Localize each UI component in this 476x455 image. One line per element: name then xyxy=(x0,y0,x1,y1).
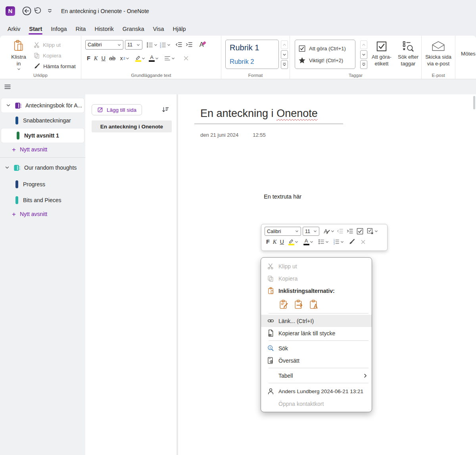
back-button[interactable] xyxy=(21,6,32,16)
mini-italic-button[interactable]: K xyxy=(273,239,277,245)
format-painter-button[interactable]: Hämta format xyxy=(33,61,76,71)
sort-pages-button[interactable] xyxy=(161,105,170,115)
mini-bold-button[interactable]: F xyxy=(266,239,270,245)
tags-scroll-up-button[interactable] xyxy=(360,40,367,49)
sidebar-section-bits-and-pieces[interactable]: Bits and Pieces xyxy=(0,193,85,207)
notebook-sidebar: Anteckningsbok för A... Snabbanteckninga… xyxy=(0,94,85,455)
quick-access-toolbar-button[interactable] xyxy=(44,6,55,16)
clear-formatting-button[interactable]: A xyxy=(198,40,207,49)
mini-underline-button[interactable]: U xyxy=(280,239,284,245)
copy-button[interactable]: Kopiera xyxy=(33,51,76,61)
styles-scroll-up-button[interactable] xyxy=(281,40,288,49)
sidebar-notebook-our-random-thoughts[interactable]: Our random thoughts xyxy=(0,160,85,176)
font-name-select[interactable]: Calibri xyxy=(85,40,123,50)
find-tags-label: Sök efter taggar xyxy=(396,54,420,67)
highlight-color-button[interactable] xyxy=(135,54,145,63)
tags-scroll-down-button[interactable] xyxy=(360,50,367,59)
plus-icon: + xyxy=(12,211,16,218)
sidebar-section-nytt-avsnitt-1[interactable]: Nytt avsnitt 1 xyxy=(1,128,84,143)
tab-arkiv[interactable]: Arkiv xyxy=(3,23,25,34)
decrease-indent-button[interactable] xyxy=(175,40,183,49)
mini-delete-button[interactable] xyxy=(359,237,367,246)
context-menu-item-author[interactable]: Anders Lundberg 2024-06-21 13:21 xyxy=(261,384,372,398)
page-canvas[interactable]: En anteckning i Onenote den 21 juni 2024… xyxy=(178,94,476,455)
open-contact-label: Öppna kontaktkort xyxy=(278,401,368,407)
bullet-list-button[interactable] xyxy=(146,40,157,49)
subscript-button[interactable]: x2 xyxy=(119,54,130,63)
chevron-down-icon xyxy=(171,57,175,60)
paste-text-only-icon[interactable] xyxy=(309,299,319,310)
context-menu-item-cut[interactable]: Klipp ut xyxy=(261,260,372,272)
new-section-button[interactable]: + Nytt avsnitt xyxy=(0,143,85,155)
mini-font-name-select[interactable]: Calibri xyxy=(265,227,301,236)
tags-gallery-expand-button[interactable] xyxy=(360,60,367,69)
font-name-value: Calibri xyxy=(88,42,102,48)
align-button[interactable] xyxy=(164,54,175,63)
page-list-item[interactable]: En anteckning i Onenote xyxy=(92,120,172,132)
paste-merge-formatting-icon[interactable] xyxy=(294,299,304,310)
tag-todo[interactable]: Att göra (Ctrl+1) xyxy=(298,45,352,52)
delete-button[interactable] xyxy=(182,54,190,63)
context-menu-item-search[interactable]: Sök xyxy=(261,342,372,354)
context-menu-item-translate[interactable]: Översätt xyxy=(261,354,372,367)
mini-todo-tag-button[interactable] xyxy=(356,227,364,236)
format-painter-icon xyxy=(33,63,40,70)
navigation-toggle-button[interactable] xyxy=(3,82,12,91)
italic-button[interactable]: K xyxy=(94,55,98,62)
mini-bullet-list-button[interactable] xyxy=(317,237,329,246)
numbered-list-button[interactable]: 123 xyxy=(159,40,171,49)
email-page-button[interactable]: Skicka sida via e-post xyxy=(422,40,454,71)
new-section-button[interactable]: + Nytt avsnitt xyxy=(0,208,85,220)
bullet-list-icon xyxy=(318,238,325,245)
mini-font-size-select[interactable]: 11 xyxy=(303,227,319,236)
bold-button[interactable]: F xyxy=(87,55,90,61)
tab-granska[interactable]: Granska xyxy=(118,23,149,34)
sidebar-section-snabbanteckningar[interactable]: Snabbanteckningar xyxy=(0,113,85,128)
page-body-text[interactable]: En textruta här xyxy=(264,193,301,200)
paste-options-row xyxy=(261,297,372,312)
tab-hjalp[interactable]: Hjälp xyxy=(169,23,190,34)
mini-decrease-indent-button[interactable] xyxy=(336,227,344,236)
sidebar-section-progress[interactable]: Progress xyxy=(0,176,85,192)
styles-gallery-expand-button[interactable] xyxy=(281,60,288,69)
underline-button[interactable]: U xyxy=(102,55,106,61)
context-menu-item-table[interactable]: Tabell xyxy=(261,369,372,382)
tag-important[interactable]: Viktigt! (Ctrl+2) xyxy=(298,57,352,64)
mini-increase-indent-button[interactable] xyxy=(346,227,354,236)
tab-visa[interactable]: Visa xyxy=(149,23,169,34)
mini-styles-button[interactable] xyxy=(322,227,334,236)
tab-start[interactable]: Start xyxy=(25,23,46,34)
styles-scroll-down-button[interactable] xyxy=(281,50,288,59)
sidebar-notebook-anteckningsbok[interactable]: Anteckningsbok för A... xyxy=(1,98,84,113)
mini-format-painter-button[interactable] xyxy=(347,237,356,246)
tab-rita[interactable]: Rita xyxy=(71,23,90,34)
mini-highlight-color-button[interactable] xyxy=(287,237,299,246)
page-title-block[interactable]: En anteckning i Onenote xyxy=(194,107,343,124)
context-menu-item-link[interactable]: Länk... (Ctrl+I) xyxy=(261,315,372,327)
vertical-scrollbar[interactable] xyxy=(473,96,475,109)
find-tags-button[interactable]: Sök efter taggar xyxy=(396,40,420,71)
mini-tags-button[interactable] xyxy=(366,227,378,236)
font-color-button[interactable]: A xyxy=(149,54,159,63)
context-menu-item-copy[interactable]: Kopiera xyxy=(261,272,372,285)
context-menu-item-open-contact[interactable]: Öppna kontaktkort xyxy=(261,398,372,409)
undo-button[interactable] xyxy=(32,6,42,16)
meeting-button[interactable]: Mötes xyxy=(461,51,476,57)
tab-historik[interactable]: Historik xyxy=(90,23,118,34)
font-size-select[interactable]: 11 xyxy=(125,40,142,50)
paste-keep-formatting-icon[interactable] xyxy=(278,299,289,310)
page-title-prefix: En anteckning i xyxy=(200,107,276,119)
cut-button[interactable]: Klipp ut xyxy=(33,40,76,50)
add-page-button[interactable]: Lägg till sida xyxy=(92,104,142,115)
mini-font-color-button[interactable]: A xyxy=(302,237,314,246)
style-rubrik-2[interactable]: Rubrik 2 xyxy=(230,58,274,65)
increase-indent-button[interactable] xyxy=(185,40,194,49)
tab-infoga[interactable]: Infoga xyxy=(46,23,71,34)
mini-numbered-list-button[interactable]: 123 xyxy=(332,237,344,246)
todo-tag-button[interactable]: Att göra-etikett xyxy=(370,40,393,71)
style-rubrik-1[interactable]: Rubrik 1 xyxy=(230,43,274,52)
context-menu-item-copy-link[interactable]: Kopierar länk till stycke xyxy=(261,327,372,339)
strikethrough-button[interactable]: ab xyxy=(109,55,115,61)
copy-label: Kopiera xyxy=(43,53,61,59)
paste-button[interactable]: Klistra in xyxy=(7,40,30,71)
